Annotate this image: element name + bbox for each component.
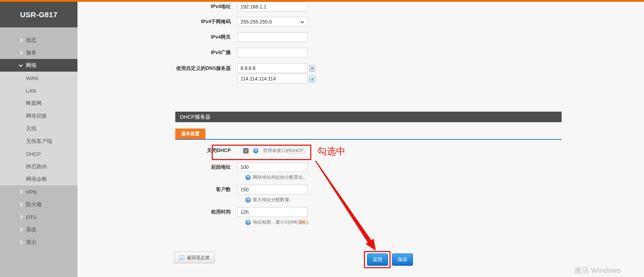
chevron-right-icon <box>19 202 22 206</box>
dhcp-start-label: 起始地址 <box>77 164 237 170</box>
chevron-right-icon <box>19 38 22 42</box>
help-icon: ? <box>245 197 251 203</box>
disable-dhcp-checkbox[interactable] <box>243 148 249 153</box>
dhcp-lease-help: ? 地址租期，最小2分钟(2m)。 <box>245 219 312 225</box>
sidebar-subitem-wan[interactable]: WAN <box>0 72 77 84</box>
main-content: IPv4地址 IPv4子网掩码 255.255.255.0 IPv4网关 IPv… <box>77 2 644 277</box>
ipv4-gateway-input[interactable] <box>237 32 307 42</box>
sidebar: USR-G817 状态 服务 网络 WAN LAN 蜂窝网 网络切换 无线 无线… <box>0 2 77 277</box>
ipv4-gateway-row: IPv4网关 <box>77 32 307 42</box>
sidebar-item-network[interactable]: 网络 <box>0 59 77 72</box>
tab-underline <box>175 139 562 140</box>
disable-dhcp-row: 关闭DHCP ? 禁用本接口的DHCP。 <box>77 147 308 154</box>
save-button[interactable]: 保存 <box>392 253 413 266</box>
ipv4-netmask-value: 255.255.255.0 <box>240 19 272 25</box>
annotation-checked-note: 勾选中 <box>317 145 346 158</box>
sidebar-subitem-wireless-client[interactable]: 无线客户端 <box>0 135 77 147</box>
sidebar-subitem-lan[interactable]: LAN <box>0 84 77 97</box>
dhcp-lease-row: 租用时间 <box>77 207 307 217</box>
network-submenu: WAN LAN 蜂窝网 网络切换 无线 无线客户端 DHCP 静态路由 网络诊断 <box>0 72 77 185</box>
help-icon: ? <box>245 220 251 225</box>
disable-dhcp-help: 禁用本接口的DHCP。 <box>263 147 308 154</box>
sidebar-item-status[interactable]: 状态 <box>0 34 77 46</box>
tab-basic-settings[interactable]: 基本设置 <box>175 128 205 139</box>
dhcp-clients-row: 客户数 <box>77 185 307 194</box>
dns-delete-icon[interactable]: ✕ <box>309 65 315 72</box>
ipv4-broadcast-row: IPv4广播 <box>77 48 307 58</box>
ipv4-netmask-label: IPv4子网掩码 <box>77 19 237 25</box>
sidebar-item-vpn[interactable]: VPN <box>0 185 77 198</box>
chevron-down-icon <box>19 63 22 67</box>
windows-activation-watermark: 激活 Windows <box>574 265 621 275</box>
dhcp-start-input[interactable] <box>237 162 307 172</box>
dns-add-icon[interactable]: ＋ <box>309 75 315 82</box>
chevron-right-icon <box>19 227 22 231</box>
chevron-right-icon <box>19 215 22 219</box>
ipv4-address-input[interactable] <box>237 2 307 12</box>
sidebar-item-firewall[interactable]: 防火墙 <box>0 198 77 211</box>
dns-servers-label: 使用自定义的DNS服务器 <box>77 63 237 72</box>
sidebar-subitem-wireless[interactable]: 无线 <box>0 122 77 135</box>
ipv4-address-row: IPv4地址 <box>77 2 307 12</box>
dns-server-2-input[interactable] <box>237 74 307 84</box>
sidebar-item-dtu[interactable]: DTU <box>0 211 77 223</box>
ipv4-netmask-select[interactable]: 255.255.255.0 <box>237 17 307 27</box>
dhcp-lease-input[interactable] <box>237 207 307 217</box>
ipv4-netmask-row: IPv4子网掩码 255.255.255.0 <box>77 17 307 27</box>
sidebar-item-services[interactable]: 服务 <box>0 46 77 59</box>
dns-server-1-input[interactable] <box>237 63 307 73</box>
sidebar-header: USR-G817 <box>0 2 77 27</box>
chevron-down-icon <box>301 20 304 24</box>
app-title: USR-G817 <box>20 11 57 19</box>
ipv4-address-label: IPv4地址 <box>77 4 237 10</box>
sidebar-subitem-dhcp[interactable]: DHCP <box>0 147 77 160</box>
dhcp-clients-label: 客户数 <box>77 186 237 193</box>
dhcp-clients-help: ? 最大地址分配数量。 <box>245 197 294 203</box>
lease-min-highlight: 2m <box>298 219 306 225</box>
back-to-overview-button[interactable]: ← 返回至总览 <box>174 252 215 263</box>
sidebar-subitem-network-switch[interactable]: 网络切换 <box>0 110 77 122</box>
disable-dhcp-label: 关闭DHCP <box>77 147 237 154</box>
sidebar-subitem-static-route[interactable]: 静态路由 <box>0 160 77 173</box>
chevron-right-icon <box>19 51 22 54</box>
help-icon: ? <box>245 175 251 180</box>
back-arrow-icon: ← <box>179 255 184 260</box>
sidebar-item-logout[interactable]: 退出 <box>0 236 77 249</box>
help-icon: ? <box>253 148 258 153</box>
dhcp-section-header: DHCP服务器 <box>175 112 562 122</box>
sidebar-item-system[interactable]: 系统 <box>0 223 77 236</box>
dhcp-lease-label: 租用时间 <box>77 209 237 215</box>
sidebar-subitem-network-diagnosis[interactable]: 网络诊断 <box>0 173 77 185</box>
dhcp-start-row: 起始地址 <box>77 162 307 172</box>
chevron-right-icon <box>19 240 22 244</box>
top-accent-bar <box>0 0 644 2</box>
ipv4-broadcast-input[interactable] <box>237 48 307 58</box>
dhcp-start-help: ? 网络地址的起始分配基址。 <box>245 174 307 180</box>
ipv4-gateway-label: IPv4网关 <box>77 34 237 40</box>
dns-servers-row: 使用自定义的DNS服务器 ✕ ＋ <box>77 63 315 84</box>
chevron-right-icon <box>19 190 22 193</box>
sidebar-menu: 状态 服务 网络 WAN LAN 蜂窝网 网络切换 无线 无线客户端 DHCP … <box>0 27 77 249</box>
dhcp-clients-input[interactable] <box>237 185 307 194</box>
sidebar-subitem-cellular[interactable]: 蜂窝网 <box>0 97 77 110</box>
apply-button[interactable]: 应用 <box>367 253 388 266</box>
ipv4-broadcast-label: IPv4广播 <box>77 50 237 56</box>
